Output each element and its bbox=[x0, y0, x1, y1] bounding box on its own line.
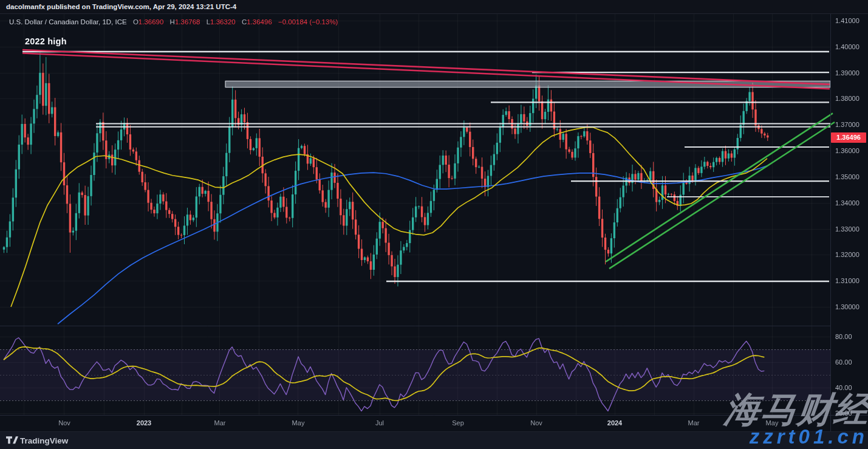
close-value: 1.36496 bbox=[247, 18, 272, 26]
rsi-tick-label: 80.00 bbox=[835, 333, 852, 340]
price-tick-label: 1.37000 bbox=[835, 121, 859, 128]
price-tick-label: 1.39000 bbox=[835, 69, 859, 77]
price-tick-label: 1.31000 bbox=[835, 277, 859, 284]
rsi-tick-label: 60.00 bbox=[835, 358, 852, 366]
change-value: −0.00184 (−0.13%) bbox=[278, 18, 338, 26]
attribution-text: dacolmanfx published on TradingView.com,… bbox=[6, 3, 236, 10]
symbol-legend[interactable]: U.S. Dollar / Canadian Dollar, 1D, ICE O… bbox=[9, 18, 338, 26]
last-price-badge: 1.36496 bbox=[831, 132, 866, 143]
price-tick-label: 1.34000 bbox=[835, 199, 859, 207]
tradingview-brand-text[interactable]: TradingView bbox=[20, 436, 68, 445]
price-tick-label: 1.33000 bbox=[835, 225, 859, 233]
symbol-title: U.S. Dollar / Canadian Dollar, 1D, ICE bbox=[9, 18, 127, 26]
price-tick-label: 1.35000 bbox=[835, 173, 859, 180]
time-tick-label: 2023 bbox=[137, 419, 151, 427]
tradingview-logo-icon[interactable] bbox=[6, 436, 18, 446]
time-tick-label: Jul bbox=[375, 419, 384, 427]
price-chart-canvas[interactable] bbox=[0, 0, 868, 449]
open-value: 1.36690 bbox=[138, 18, 164, 26]
price-tick-label: 1.38000 bbox=[835, 95, 859, 102]
open-label: O bbox=[133, 18, 138, 26]
attribution-bar: dacolmanfx published on TradingView.com,… bbox=[0, 0, 868, 14]
time-tick-label: 2024 bbox=[607, 419, 622, 427]
time-tick-label: Mar bbox=[688, 419, 700, 427]
close-label: C bbox=[242, 18, 247, 26]
footer-bar: TradingView bbox=[0, 431, 868, 449]
high-value: 1.36768 bbox=[175, 18, 200, 26]
time-tick-label: Sep bbox=[452, 419, 464, 427]
price-tick-label: 1.41000 bbox=[835, 17, 859, 24]
price-tick-label: 1.40000 bbox=[835, 43, 859, 50]
watermark-url-text: zzrt01.cn bbox=[750, 425, 868, 448]
price-tick-label: 1.36000 bbox=[835, 147, 859, 154]
time-tick-label: Mar bbox=[214, 419, 226, 427]
time-tick-label: Nov bbox=[530, 419, 542, 427]
price-axis[interactable]: 1.410001.400001.390001.380001.370001.360… bbox=[830, 13, 868, 431]
high-label: H bbox=[170, 18, 175, 26]
time-tick-label: Nov bbox=[58, 419, 70, 427]
time-tick-label: May bbox=[292, 419, 305, 427]
price-tick-label: 1.32000 bbox=[835, 251, 859, 258]
annotation-2022-high: 2022 high bbox=[25, 36, 67, 46]
price-tick-label: 1.30000 bbox=[835, 303, 859, 310]
low-value: 1.36320 bbox=[210, 18, 236, 26]
time-axis[interactable]: Nov2023MarMayJulSepNov2024MarMay bbox=[0, 415, 830, 431]
